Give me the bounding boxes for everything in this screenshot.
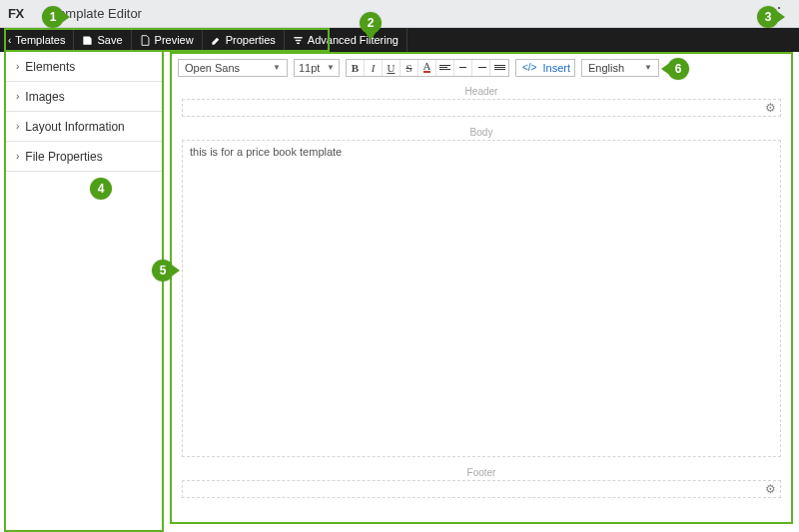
- titlebar: FX Template Editor ⋮: [0, 0, 799, 28]
- font-select[interactable]: Open Sans ▼: [178, 59, 288, 77]
- svg-rect-0: [294, 37, 302, 38]
- chevron-right-icon: ›: [16, 151, 19, 162]
- app-logo: FX: [8, 6, 24, 21]
- italic-button[interactable]: I: [365, 60, 383, 76]
- sidebar-item-label: Layout Information: [25, 120, 124, 134]
- align-left-button[interactable]: [436, 60, 454, 76]
- sidebar-item-label: Elements: [25, 60, 75, 74]
- callout-2: 2: [360, 12, 382, 34]
- lang-value: English: [588, 62, 624, 74]
- bold-button[interactable]: B: [347, 60, 365, 76]
- menu-label: Properties: [226, 34, 276, 46]
- gear-icon[interactable]: ⚙: [765, 482, 776, 496]
- format-toolbar: Open Sans ▼ 11pt ▼ B I U S A </> Insert: [178, 58, 785, 80]
- menu-label: Preview: [155, 34, 194, 46]
- language-select[interactable]: English ▼: [581, 59, 659, 77]
- sidebar-item-images[interactable]: › Images: [6, 82, 162, 112]
- gear-icon[interactable]: ⚙: [765, 101, 776, 115]
- edit-icon: [211, 35, 222, 46]
- chevron-right-icon: ›: [16, 91, 19, 102]
- canvas-area: Open Sans ▼ 11pt ▼ B I U S A </> Insert: [170, 52, 793, 524]
- caret-down-icon: ▼: [644, 63, 652, 72]
- insert-label: Insert: [542, 62, 570, 74]
- callout-5: 5: [152, 260, 174, 281]
- strike-button[interactable]: S: [400, 60, 418, 76]
- align-center-button[interactable]: [454, 60, 472, 76]
- menu-templates[interactable]: ‹ Templates: [0, 28, 74, 52]
- font-size-select[interactable]: 11pt ▼: [294, 59, 340, 77]
- svg-rect-1: [296, 39, 302, 40]
- sidebar-item-label: Images: [25, 90, 64, 104]
- sidebar: › Elements › Images › Layout Information…: [4, 52, 164, 532]
- chevron-left-icon: ‹: [8, 35, 11, 46]
- svg-rect-2: [297, 42, 300, 43]
- underline-button[interactable]: U: [383, 60, 400, 76]
- sidebar-item-label: File Properties: [25, 150, 102, 164]
- callout-1: 1: [42, 6, 64, 28]
- menu-label: Advanced Filtering: [308, 34, 399, 46]
- text-style-group: B I U S A: [346, 59, 509, 77]
- header-label: Header: [182, 86, 781, 97]
- align-right-button[interactable]: [472, 60, 490, 76]
- menu-label: Templates: [15, 34, 65, 46]
- callout-3: 3: [757, 6, 779, 28]
- menu-properties[interactable]: Properties: [203, 28, 285, 52]
- insert-menu[interactable]: </> Insert: [515, 59, 575, 77]
- align-justify-button[interactable]: [490, 60, 508, 76]
- callout-6: 6: [667, 58, 689, 80]
- caret-down-icon: ▼: [273, 63, 281, 72]
- body-text: this is for a price book template: [190, 146, 342, 158]
- footer-region[interactable]: ⚙: [182, 480, 781, 498]
- sidebar-item-file-properties[interactable]: › File Properties: [6, 142, 162, 172]
- footer-label: Footer: [182, 467, 781, 478]
- sidebar-item-elements[interactable]: › Elements: [6, 52, 162, 82]
- template-page: Header ⚙ Body this is for a price book t…: [178, 80, 785, 516]
- code-icon: </>: [522, 62, 536, 73]
- caret-down-icon: ▼: [327, 63, 335, 72]
- menubar: ‹ Templates Save Preview Properties Adva…: [0, 28, 799, 52]
- header-region[interactable]: ⚙: [182, 99, 781, 117]
- menu-preview[interactable]: Preview: [132, 28, 203, 52]
- sidebar-item-layout[interactable]: › Layout Information: [6, 112, 162, 142]
- body-region[interactable]: this is for a price book template: [182, 140, 781, 457]
- font-color-button[interactable]: A: [418, 60, 436, 76]
- menu-advanced-filtering[interactable]: Advanced Filtering: [285, 28, 407, 52]
- body-label: Body: [182, 127, 781, 138]
- filter-icon: [293, 35, 304, 46]
- menu-save[interactable]: Save: [74, 28, 131, 52]
- menu-label: Save: [97, 34, 122, 46]
- chevron-right-icon: ›: [16, 121, 19, 132]
- callout-4: 4: [90, 178, 112, 200]
- chevron-right-icon: ›: [16, 61, 19, 72]
- font-value: Open Sans: [185, 62, 240, 74]
- save-icon: [82, 35, 93, 46]
- size-value: 11pt: [299, 62, 320, 74]
- document-icon: [140, 35, 151, 46]
